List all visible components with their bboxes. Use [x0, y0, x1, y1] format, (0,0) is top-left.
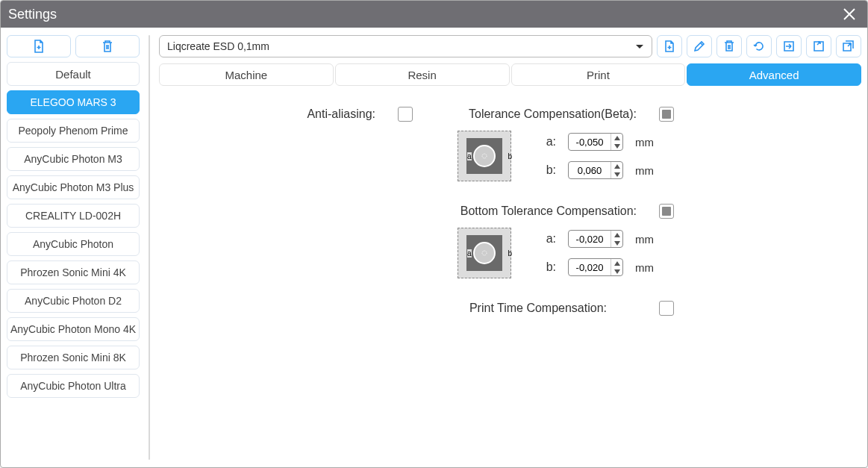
- machine-item[interactable]: AnyCubic Photon M3: [7, 147, 140, 171]
- tabs: MachineResinPrintAdvanced: [159, 63, 861, 86]
- print-time-checkbox[interactable]: [659, 301, 674, 316]
- unit-label: mm: [635, 164, 654, 177]
- content: Anti-aliasing: Tolerance Compensation(Be…: [159, 92, 861, 460]
- machine-item[interactable]: AnyCubic Photon D2: [7, 289, 140, 313]
- machine-item[interactable]: AnyCubic Photon Ultra: [7, 374, 140, 398]
- bottom-tolerance-checkbox[interactable]: [659, 204, 674, 219]
- spin-down[interactable]: [611, 239, 622, 247]
- add-machine-button[interactable]: [7, 35, 71, 57]
- delete-machine-button[interactable]: [75, 35, 140, 57]
- export-button[interactable]: [806, 35, 831, 57]
- btol-b-label: b:: [526, 260, 556, 274]
- machine-item[interactable]: Phrozen Sonic Mini 4K: [7, 260, 140, 284]
- tab-print[interactable]: Print: [511, 63, 686, 86]
- spin-up[interactable]: [611, 231, 622, 239]
- tolerance-label: Tolerance Compensation(Beta):: [443, 107, 637, 121]
- window-title: Settings: [8, 7, 839, 22]
- machine-item[interactable]: ELEGOO MARS 3: [7, 90, 140, 114]
- tolerance-diagram: ab: [458, 131, 511, 181]
- unit-label: mm: [635, 136, 654, 149]
- spin-down[interactable]: [611, 267, 622, 275]
- chevron-down-icon: [635, 40, 644, 52]
- divider: [149, 35, 150, 460]
- machine-list: ELEGOO MARS 3Peopoly Phenom PrimeAnyCubi…: [7, 90, 140, 398]
- unit-label: mm: [635, 261, 654, 274]
- tab-machine[interactable]: Machine: [159, 63, 334, 86]
- bottom-tolerance-label: Bottom Tolerance Compensation:: [443, 205, 637, 218]
- print-time-section: Print Time Compensation:: [443, 301, 854, 316]
- sidebar: Default ELEGOO MARS 3Peopoly Phenom Prim…: [7, 35, 140, 460]
- edit-profile-button[interactable]: [687, 35, 712, 57]
- tol-b-label: b:: [526, 163, 556, 177]
- bottom-tolerance-diagram: ab: [458, 228, 511, 278]
- settings-window: Settings Default ELEGOO MARS 3Peopoly Ph…: [0, 0, 868, 468]
- new-profile-button[interactable]: [657, 35, 682, 57]
- trash-icon: [724, 40, 734, 52]
- file-plus-icon: [664, 40, 675, 52]
- tol-a-label: a:: [526, 135, 556, 149]
- spin-down[interactable]: [611, 170, 622, 178]
- default-profile-button[interactable]: Default: [7, 62, 140, 86]
- export-all-icon: [842, 40, 855, 52]
- toolbar: Liqcreate ESD 0,1mm: [159, 35, 861, 57]
- pencil-icon: [693, 40, 705, 52]
- tab-advanced[interactable]: Advanced: [687, 63, 861, 86]
- machine-item[interactable]: Peopoly Phenom Prime: [7, 119, 140, 143]
- tol-a-input[interactable]: [568, 133, 623, 151]
- tolerance-section: Tolerance Compensation(Beta): ab a:: [443, 107, 854, 181]
- refresh-icon: [753, 40, 765, 52]
- spin-up[interactable]: [611, 134, 622, 142]
- bottom-tolerance-section: Bottom Tolerance Compensation: ab a:: [443, 204, 854, 278]
- tol-b-input[interactable]: [568, 161, 623, 179]
- titlebar: Settings: [1, 1, 867, 28]
- btol-a-input[interactable]: [568, 230, 623, 248]
- spin-down[interactable]: [611, 142, 622, 150]
- file-plus-icon: [33, 40, 45, 53]
- close-icon: [843, 7, 856, 21]
- machine-item[interactable]: AnyCubic Photon Mono 4K: [7, 317, 140, 341]
- spin-up[interactable]: [611, 162, 622, 170]
- machine-item[interactable]: Phrozen Sonic Mini 8K: [7, 346, 140, 369]
- tab-resin[interactable]: Resin: [335, 63, 510, 86]
- delete-profile-button[interactable]: [716, 35, 742, 57]
- print-time-label: Print Time Compensation:: [443, 302, 607, 315]
- machine-item[interactable]: AnyCubic Photon: [7, 232, 140, 256]
- machine-item[interactable]: AnyCubic Photon M3 Plus: [7, 175, 140, 199]
- btol-b-input[interactable]: [568, 258, 623, 276]
- import-icon: [783, 40, 795, 52]
- anti-aliasing-checkbox[interactable]: [398, 107, 413, 122]
- import-button[interactable]: [776, 35, 802, 57]
- spin-up[interactable]: [611, 259, 622, 267]
- btol-a-label: a:: [526, 232, 556, 246]
- main-panel: Liqcreate ESD 0,1mm MachineResinPrintAdv…: [159, 35, 861, 460]
- profile-select[interactable]: Liqcreate ESD 0,1mm: [159, 35, 652, 57]
- export-icon: [813, 40, 825, 52]
- export-all-button[interactable]: [836, 35, 861, 57]
- close-button[interactable]: [839, 4, 860, 25]
- svg-point-1: [482, 251, 487, 255]
- trash-icon: [102, 40, 113, 53]
- svg-point-0: [482, 154, 487, 158]
- unit-label: mm: [635, 233, 654, 246]
- refresh-button[interactable]: [746, 35, 772, 57]
- tolerance-checkbox[interactable]: [659, 107, 674, 122]
- profile-select-label: Liqcreate ESD 0,1mm: [167, 40, 269, 52]
- anti-aliasing-label: Anti-aliasing:: [166, 107, 398, 121]
- machine-item[interactable]: CREALITY LD-002H: [7, 204, 140, 228]
